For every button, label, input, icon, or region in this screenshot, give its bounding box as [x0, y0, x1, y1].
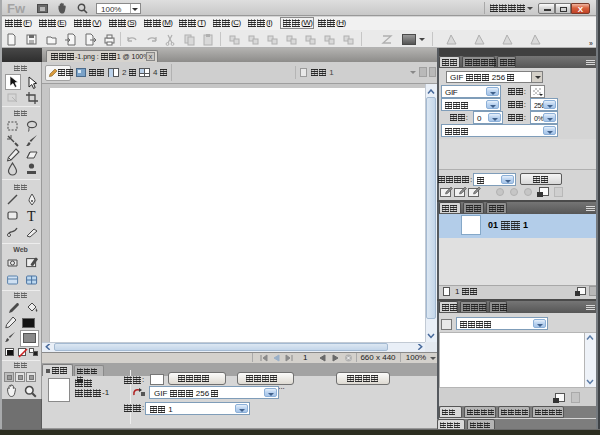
svg-text:T: T — [27, 209, 36, 223]
